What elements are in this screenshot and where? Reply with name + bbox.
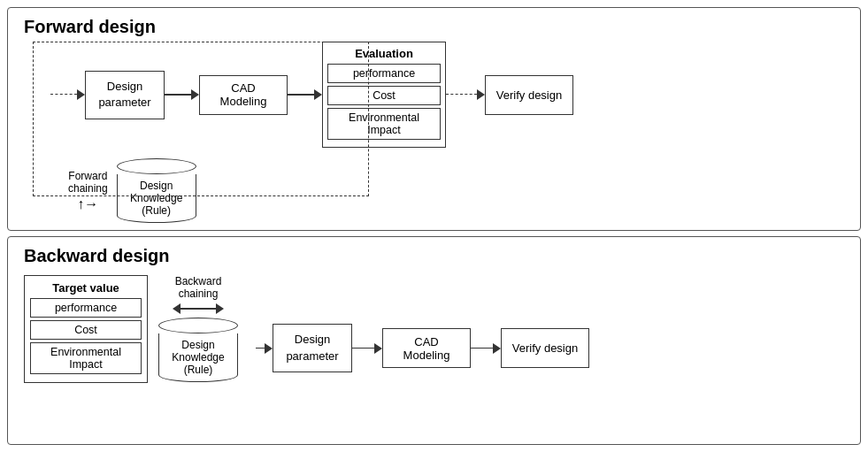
- forward-knowledge-cylinder: Design Knowledge (Rule): [117, 158, 196, 223]
- eval-to-verify-arrow: [446, 89, 485, 100]
- backward-cad-box: CAD Modeling: [382, 328, 471, 368]
- backward-design-title: Backward design: [17, 242, 177, 270]
- target-title: Target value: [30, 281, 142, 295]
- design-param-box: Design parameter: [85, 71, 165, 119]
- backward-design-section: Backward design Target value performance…: [7, 236, 861, 445]
- backward-chaining-section: Backward chaining Design Knowledge (Rule…: [158, 275, 238, 382]
- eval-env: Environmental Impact: [327, 108, 441, 140]
- eval-cost: Cost: [327, 86, 441, 105]
- right-arrow-icon: →: [84, 196, 98, 212]
- eval-title: Evaluation: [327, 47, 441, 60]
- forward-design-section: Forward design Design parameter CAD Mode…: [7, 7, 861, 231]
- verify-box: Verify design: [485, 75, 573, 115]
- backward-cad-to-verify-arrow: [471, 343, 501, 354]
- target-to-param-arrow: [256, 343, 273, 354]
- backward-design-param-box: Design parameter: [273, 324, 352, 372]
- backward-main-flow: Design parameter CAD Modeling Verify des…: [256, 324, 589, 372]
- cad-modeling-box: CAD Modeling: [199, 75, 288, 115]
- up-arrow-icon: ↑: [77, 196, 84, 212]
- target-env: Environmental Impact: [30, 342, 142, 374]
- target-value-section: Target value performance Cost Environmen…: [24, 275, 148, 383]
- eval-performance: performance: [327, 64, 441, 83]
- forward-bottom-row: Forward chaining ↑ → Design Knowledge (R…: [68, 158, 853, 223]
- backward-param-to-cad-arrow: [352, 343, 382, 354]
- target-value-box: Target value performance Cost Environmen…: [24, 275, 148, 383]
- backward-verify-box: Verify design: [501, 328, 589, 368]
- forward-design-title: Forward design: [17, 13, 163, 41]
- backward-knowledge-cylinder: Design Knowledge (Rule): [158, 318, 238, 382]
- forward-chaining-arrows: ↑ →: [77, 196, 98, 212]
- evaluation-box: Evaluation performance Cost Environmenta…: [322, 42, 446, 148]
- backward-chaining-double-arrow: [173, 303, 224, 314]
- cad-to-eval-arrow: [288, 89, 322, 100]
- forward-main-row: Design parameter CAD Modeling Evaluation…: [50, 42, 853, 148]
- param-to-cad-arrow: [165, 89, 199, 100]
- forward-chaining-label: Forward chaining ↑ →: [68, 170, 108, 212]
- target-performance: performance: [30, 298, 142, 318]
- input-dashed-arrow: [50, 89, 85, 100]
- backward-layout: Target value performance Cost Environmen…: [15, 271, 853, 383]
- target-cost: Cost: [30, 320, 142, 340]
